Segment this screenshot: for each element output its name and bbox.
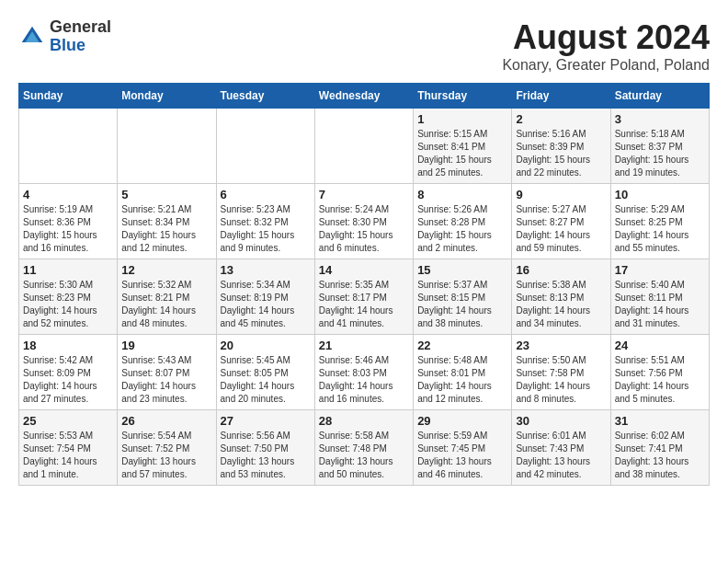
- column-header-friday: Friday: [512, 84, 610, 109]
- day-number: 13: [221, 263, 311, 277]
- calendar-cell: 25Sunrise: 5:53 AM Sunset: 7:54 PM Dayli…: [19, 410, 118, 486]
- calendar-cell: 12Sunrise: 5:32 AM Sunset: 8:21 PM Dayli…: [118, 259, 216, 335]
- calendar-cell: 21Sunrise: 5:46 AM Sunset: 8:03 PM Dayli…: [314, 335, 413, 410]
- day-info: Sunrise: 6:01 AM Sunset: 7:43 PM Dayligh…: [516, 430, 606, 481]
- day-number: 14: [319, 263, 409, 277]
- day-info: Sunrise: 5:37 AM Sunset: 8:15 PM Dayligh…: [417, 279, 507, 330]
- calendar-cell: [19, 109, 118, 184]
- title-block: August 2024 Konary, Greater Poland, Pola…: [502, 18, 710, 74]
- day-number: 17: [615, 263, 705, 277]
- logo-text: General Blue: [50, 18, 111, 55]
- day-info: Sunrise: 5:21 AM Sunset: 8:34 PM Dayligh…: [121, 203, 211, 255]
- day-info: Sunrise: 5:19 AM Sunset: 8:36 PM Dayligh…: [23, 203, 113, 255]
- calendar-header: SundayMondayTuesdayWednesdayThursdayFrid…: [19, 84, 710, 109]
- day-number: 27: [221, 414, 311, 428]
- calendar-cell: [314, 109, 413, 184]
- calendar-cell: 19Sunrise: 5:43 AM Sunset: 8:07 PM Dayli…: [118, 335, 216, 410]
- day-info: Sunrise: 5:35 AM Sunset: 8:17 PM Dayligh…: [319, 279, 409, 330]
- calendar-cell: 10Sunrise: 5:29 AM Sunset: 8:25 PM Dayli…: [610, 184, 709, 259]
- day-info: Sunrise: 5:15 AM Sunset: 8:41 PM Dayligh…: [417, 128, 507, 179]
- day-number: 25: [23, 414, 113, 428]
- day-info: Sunrise: 5:32 AM Sunset: 8:21 PM Dayligh…: [121, 279, 211, 330]
- calendar-cell: 9Sunrise: 5:27 AM Sunset: 8:27 PM Daylig…: [512, 184, 610, 259]
- calendar-cell: 2Sunrise: 5:16 AM Sunset: 8:39 PM Daylig…: [512, 109, 610, 184]
- calendar-cell: 30Sunrise: 6:01 AM Sunset: 7:43 PM Dayli…: [512, 410, 610, 486]
- day-info: Sunrise: 5:51 AM Sunset: 7:56 PM Dayligh…: [615, 354, 705, 406]
- day-number: 4: [23, 188, 113, 201]
- day-info: Sunrise: 5:42 AM Sunset: 8:09 PM Dayligh…: [23, 354, 113, 406]
- week-row-1: 1Sunrise: 5:15 AM Sunset: 8:41 PM Daylig…: [19, 109, 710, 184]
- calendar-cell: 24Sunrise: 5:51 AM Sunset: 7:56 PM Dayli…: [610, 335, 709, 410]
- day-info: Sunrise: 5:59 AM Sunset: 7:45 PM Dayligh…: [417, 430, 507, 481]
- day-number: 8: [417, 188, 507, 201]
- day-number: 21: [319, 339, 409, 352]
- calendar-title: August 2024: [502, 18, 710, 57]
- calendar-cell: 8Sunrise: 5:26 AM Sunset: 8:28 PM Daylig…: [414, 184, 512, 259]
- day-info: Sunrise: 6:02 AM Sunset: 7:41 PM Dayligh…: [615, 430, 705, 481]
- day-number: 20: [221, 339, 311, 352]
- calendar-cell: 11Sunrise: 5:30 AM Sunset: 8:23 PM Dayli…: [19, 259, 118, 335]
- day-info: Sunrise: 5:27 AM Sunset: 8:27 PM Dayligh…: [516, 203, 606, 255]
- calendar-cell: 13Sunrise: 5:34 AM Sunset: 8:19 PM Dayli…: [216, 259, 314, 335]
- day-number: 29: [417, 414, 507, 428]
- day-number: 31: [615, 414, 705, 428]
- day-info: Sunrise: 5:45 AM Sunset: 8:05 PM Dayligh…: [221, 354, 311, 406]
- column-header-tuesday: Tuesday: [216, 84, 314, 109]
- logo-blue: Blue: [50, 36, 85, 54]
- day-number: 19: [121, 339, 211, 352]
- calendar-cell: 20Sunrise: 5:45 AM Sunset: 8:05 PM Dayli…: [216, 335, 314, 410]
- day-number: 24: [615, 339, 705, 352]
- calendar-cell: [118, 109, 216, 184]
- day-info: Sunrise: 5:46 AM Sunset: 8:03 PM Dayligh…: [319, 354, 409, 406]
- day-info: Sunrise: 5:38 AM Sunset: 8:13 PM Dayligh…: [516, 279, 606, 330]
- day-number: 30: [516, 414, 606, 428]
- day-number: 23: [516, 339, 606, 352]
- day-info: Sunrise: 5:16 AM Sunset: 8:39 PM Dayligh…: [516, 128, 606, 179]
- calendar-table: SundayMondayTuesdayWednesdayThursdayFrid…: [18, 83, 710, 486]
- calendar-cell: 7Sunrise: 5:24 AM Sunset: 8:30 PM Daylig…: [314, 184, 413, 259]
- calendar-cell: 31Sunrise: 6:02 AM Sunset: 7:41 PM Dayli…: [610, 410, 709, 486]
- day-info: Sunrise: 5:24 AM Sunset: 8:30 PM Dayligh…: [319, 203, 409, 255]
- calendar-cell: 28Sunrise: 5:58 AM Sunset: 7:48 PM Dayli…: [314, 410, 413, 486]
- day-number: 10: [615, 188, 705, 201]
- column-header-saturday: Saturday: [610, 84, 709, 109]
- calendar-cell: 18Sunrise: 5:42 AM Sunset: 8:09 PM Dayli…: [19, 335, 118, 410]
- day-info: Sunrise: 5:43 AM Sunset: 8:07 PM Dayligh…: [121, 354, 211, 406]
- day-info: Sunrise: 5:48 AM Sunset: 8:01 PM Dayligh…: [417, 354, 507, 406]
- day-info: Sunrise: 5:40 AM Sunset: 8:11 PM Dayligh…: [615, 279, 705, 330]
- day-info: Sunrise: 5:30 AM Sunset: 8:23 PM Dayligh…: [23, 279, 113, 330]
- calendar-subtitle: Konary, Greater Poland, Poland: [502, 57, 710, 74]
- day-number: 11: [23, 263, 113, 277]
- day-number: 22: [417, 339, 507, 352]
- day-number: 7: [319, 188, 409, 201]
- day-number: 6: [221, 188, 311, 201]
- day-number: 5: [121, 188, 211, 201]
- calendar-cell: 16Sunrise: 5:38 AM Sunset: 8:13 PM Dayli…: [512, 259, 610, 335]
- day-number: 3: [615, 112, 705, 126]
- logo: General Blue: [18, 18, 111, 55]
- day-number: 15: [417, 263, 507, 277]
- calendar-cell: 3Sunrise: 5:18 AM Sunset: 8:37 PM Daylig…: [610, 109, 709, 184]
- page-header: General Blue August 2024 Konary, Greater…: [18, 18, 710, 74]
- day-number: 9: [516, 188, 606, 201]
- day-number: 2: [516, 112, 606, 126]
- column-header-sunday: Sunday: [19, 84, 118, 109]
- calendar-cell: 5Sunrise: 5:21 AM Sunset: 8:34 PM Daylig…: [118, 184, 216, 259]
- calendar-cell: 27Sunrise: 5:56 AM Sunset: 7:50 PM Dayli…: [216, 410, 314, 486]
- calendar-cell: 4Sunrise: 5:19 AM Sunset: 8:36 PM Daylig…: [19, 184, 118, 259]
- calendar-cell: 6Sunrise: 5:23 AM Sunset: 8:32 PM Daylig…: [216, 184, 314, 259]
- day-info: Sunrise: 5:23 AM Sunset: 8:32 PM Dayligh…: [221, 203, 311, 255]
- logo-general: General: [50, 17, 111, 36]
- logo-icon: [18, 23, 46, 51]
- column-header-monday: Monday: [118, 84, 216, 109]
- calendar-cell: 1Sunrise: 5:15 AM Sunset: 8:41 PM Daylig…: [414, 109, 512, 184]
- calendar-cell: 23Sunrise: 5:50 AM Sunset: 7:58 PM Dayli…: [512, 335, 610, 410]
- day-number: 12: [121, 263, 211, 277]
- calendar-cell: 17Sunrise: 5:40 AM Sunset: 8:11 PM Dayli…: [610, 259, 709, 335]
- week-row-3: 11Sunrise: 5:30 AM Sunset: 8:23 PM Dayli…: [19, 259, 710, 335]
- calendar-cell: 14Sunrise: 5:35 AM Sunset: 8:17 PM Dayli…: [314, 259, 413, 335]
- calendar-cell: [216, 109, 314, 184]
- day-info: Sunrise: 5:56 AM Sunset: 7:50 PM Dayligh…: [221, 430, 311, 481]
- day-info: Sunrise: 5:50 AM Sunset: 7:58 PM Dayligh…: [516, 354, 606, 406]
- day-info: Sunrise: 5:18 AM Sunset: 8:37 PM Dayligh…: [615, 128, 705, 179]
